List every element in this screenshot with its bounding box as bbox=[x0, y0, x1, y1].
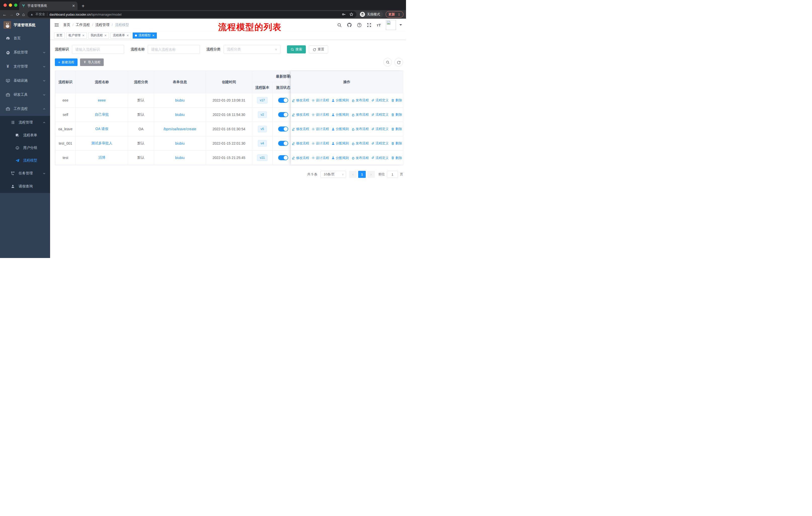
tab-close-icon[interactable]: ✕ bbox=[72, 4, 75, 8]
toggle-search-button[interactable] bbox=[383, 58, 392, 66]
assign-rule-link[interactable]: 分配规则 bbox=[331, 112, 349, 117]
back-button[interactable]: ← bbox=[2, 12, 7, 17]
tag-process-model[interactable]: 流程模型✕ bbox=[133, 32, 157, 38]
form-link[interactable]: biubiu bbox=[175, 98, 184, 102]
sidebar-item-payment[interactable]: ¥ 支付管理 bbox=[0, 59, 50, 74]
form-link[interactable]: biubiu bbox=[175, 141, 184, 145]
tag-process-form[interactable]: 流程表单✕ bbox=[111, 32, 131, 38]
tag-home[interactable]: 首页 bbox=[54, 32, 65, 38]
sidebar-item-dev-tools[interactable]: 研发工具 bbox=[0, 88, 50, 102]
sidebar-item-process-management[interactable]: 流程管理 bbox=[0, 116, 50, 129]
sidebar-item-system[interactable]: 系统管理 bbox=[0, 45, 50, 59]
sidebar-item-task-management[interactable]: 任务管理 bbox=[0, 167, 50, 180]
edit-process-link[interactable]: 修改流程 bbox=[292, 112, 309, 117]
sidebar-item-user-group[interactable]: 用户分组 bbox=[0, 142, 50, 154]
process-definition-link[interactable]: 流程定义 bbox=[371, 98, 388, 103]
tag-my-process[interactable]: 我的流程✕ bbox=[88, 32, 109, 38]
form-link[interactable]: biubiu bbox=[175, 113, 184, 117]
sidebar-item-process-model[interactable]: 流程模型 bbox=[0, 154, 50, 167]
assign-rule-link[interactable]: 分配规则 bbox=[331, 156, 349, 160]
page-1-button[interactable]: 1 bbox=[358, 171, 366, 178]
process-name-link[interactable]: 滔博 bbox=[98, 156, 106, 160]
process-definition-link[interactable]: 流程定义 bbox=[371, 156, 388, 160]
form-link[interactable]: biubiu bbox=[175, 156, 184, 160]
refresh-table-button[interactable] bbox=[395, 58, 403, 66]
active-toggle[interactable] bbox=[278, 127, 288, 132]
key-icon[interactable] bbox=[342, 12, 346, 17]
forward-button[interactable]: → bbox=[9, 12, 13, 17]
active-toggle[interactable] bbox=[278, 155, 288, 160]
process-name-link[interactable]: eeee bbox=[98, 98, 106, 102]
collapse-sidebar-icon[interactable] bbox=[54, 22, 59, 27]
delete-link[interactable]: 删除 bbox=[391, 141, 402, 146]
new-tab-button[interactable]: + bbox=[80, 2, 87, 9]
publish-process-link[interactable]: 发布流程 bbox=[351, 98, 369, 103]
help-icon[interactable] bbox=[357, 23, 362, 27]
import-process-button[interactable]: 导入流程 bbox=[80, 58, 104, 66]
goto-page-input[interactable] bbox=[387, 171, 398, 178]
create-process-button[interactable]: + 新建流程 bbox=[55, 58, 78, 66]
process-name-link[interactable]: 测试多审批人 bbox=[91, 141, 113, 145]
breadcrumb-workflow[interactable]: 工作流程 bbox=[76, 23, 90, 27]
next-page-button[interactable]: › bbox=[367, 171, 375, 178]
process-id-input[interactable] bbox=[72, 45, 124, 54]
category-select[interactable]: 流程分类 ∨ bbox=[224, 45, 281, 54]
process-definition-link[interactable]: 流程定义 bbox=[371, 127, 388, 131]
delete-link[interactable]: 删除 bbox=[391, 127, 402, 131]
edit-process-link[interactable]: 修改流程 bbox=[292, 98, 309, 103]
publish-process-link[interactable]: 发布流程 bbox=[351, 127, 369, 131]
avatar[interactable] bbox=[386, 20, 396, 30]
design-process-link[interactable]: 设计流程 bbox=[312, 127, 329, 131]
active-toggle[interactable] bbox=[278, 98, 288, 103]
sidebar-item-process-form[interactable]: 流程表单 bbox=[0, 129, 50, 142]
delete-link[interactable]: 删除 bbox=[391, 156, 402, 160]
close-window-button[interactable] bbox=[3, 3, 7, 7]
page-size-select[interactable]: 10条/页 ∨ bbox=[320, 171, 346, 178]
update-button[interactable]: 更新 ⋮ bbox=[386, 11, 404, 18]
close-icon[interactable]: ✕ bbox=[82, 34, 85, 37]
close-icon[interactable]: ✕ bbox=[126, 34, 129, 37]
delete-link[interactable]: 删除 bbox=[391, 112, 402, 117]
window-controls[interactable] bbox=[3, 3, 18, 7]
sidebar-item-infrastructure[interactable]: 基础设施 bbox=[0, 74, 50, 88]
design-process-link[interactable]: 设计流程 bbox=[312, 156, 329, 160]
minimize-window-button[interactable] bbox=[9, 3, 12, 7]
bookmark-star-icon[interactable] bbox=[349, 12, 353, 17]
prev-page-button[interactable]: ‹ bbox=[349, 171, 357, 178]
version-badge[interactable]: v5 bbox=[258, 126, 266, 132]
edit-process-link[interactable]: 修改流程 bbox=[292, 156, 309, 160]
fullscreen-icon[interactable] bbox=[367, 23, 372, 27]
version-badge[interactable]: v2 bbox=[258, 111, 266, 118]
close-icon[interactable]: ✕ bbox=[104, 34, 107, 37]
process-definition-link[interactable]: 流程定义 bbox=[371, 141, 388, 146]
assign-rule-link[interactable]: 分配规则 bbox=[331, 141, 349, 146]
sidebar-item-home[interactable]: 首页 bbox=[0, 31, 50, 45]
close-icon[interactable]: ✕ bbox=[152, 34, 154, 37]
form-link[interactable]: /bpm/oa/leave/create bbox=[163, 127, 196, 131]
assign-rule-link[interactable]: 分配规则 bbox=[331, 98, 349, 103]
active-toggle[interactable] bbox=[278, 112, 288, 117]
breadcrumb-process-management[interactable]: 流程管理 bbox=[95, 23, 110, 27]
process-definition-link[interactable]: 流程定义 bbox=[371, 112, 388, 117]
github-icon[interactable] bbox=[347, 22, 352, 27]
delete-link[interactable]: 删除 bbox=[391, 98, 402, 103]
version-badge[interactable]: v21 bbox=[257, 155, 267, 161]
browser-menu-icon[interactable]: ⋮ bbox=[398, 12, 401, 17]
avatar-dropdown-icon[interactable] bbox=[400, 24, 402, 26]
sidebar-item-leave-query[interactable]: 请假查询 bbox=[0, 180, 50, 193]
tag-tenant[interactable]: 租户管理✕ bbox=[66, 32, 87, 38]
design-process-link[interactable]: 设计流程 bbox=[312, 98, 329, 103]
breadcrumb-home[interactable]: 首页 bbox=[63, 23, 70, 27]
process-name-input[interactable] bbox=[148, 45, 200, 54]
home-button[interactable]: ⌂ bbox=[22, 12, 25, 17]
version-badge[interactable]: v4 bbox=[258, 140, 266, 147]
design-process-link[interactable]: 设计流程 bbox=[312, 141, 329, 146]
active-toggle[interactable] bbox=[278, 141, 288, 146]
publish-process-link[interactable]: 发布流程 bbox=[351, 112, 369, 117]
search-icon[interactable] bbox=[337, 23, 342, 27]
design-process-link[interactable]: 设计流程 bbox=[312, 112, 329, 117]
browser-tab[interactable]: 芋道管理系统 ✕ bbox=[19, 1, 78, 10]
edit-process-link[interactable]: 修改流程 bbox=[292, 141, 309, 146]
process-name-link[interactable]: OA 请假 bbox=[95, 127, 108, 131]
reload-button[interactable]: ⟳ bbox=[16, 12, 20, 17]
